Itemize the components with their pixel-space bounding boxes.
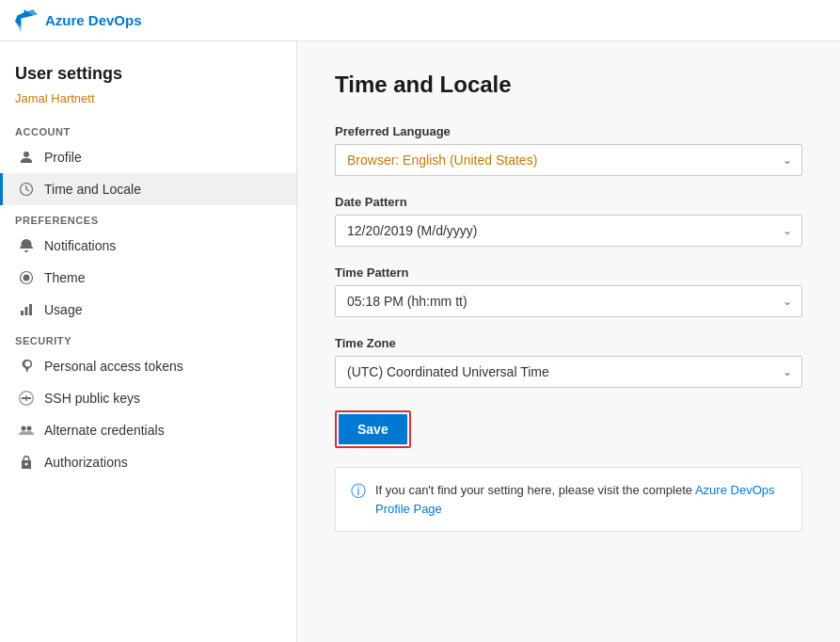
select-preferred-language-wrapper[interactable]: Browser: English (United States) English…: [335, 144, 802, 176]
save-button[interactable]: Save: [339, 414, 407, 444]
sidebar-item-time-locale[interactable]: Time and Locale: [0, 173, 296, 205]
sidebar-item-label-usage: Usage: [44, 302, 82, 317]
info-box: ⓘ If you can't find your setting here, p…: [335, 467, 802, 532]
sidebar-item-usage[interactable]: Usage: [0, 294, 296, 326]
ssh-icon: [18, 390, 35, 407]
sidebar-item-ssh[interactable]: SSH public keys: [0, 382, 296, 414]
sidebar-item-label-profile: Profile: [44, 150, 82, 165]
svg-rect-3: [21, 311, 24, 315]
top-bar: Azure DevOps: [0, 0, 840, 41]
svg-point-6: [22, 426, 26, 431]
info-icon: ⓘ: [351, 482, 366, 502]
select-time-zone[interactable]: (UTC) Coordinated Universal Time (UTC-05…: [336, 357, 801, 387]
azure-devops-logo-icon: [15, 9, 38, 32]
sidebar-item-label-theme: Theme: [44, 270, 86, 285]
info-text: If you can't find your setting here, ple…: [375, 481, 786, 518]
sidebar-item-authorizations[interactable]: Authorizations: [0, 446, 296, 478]
section-label-account: Account: [0, 117, 296, 141]
main-content: Time and Locale Preferred Language Brows…: [297, 41, 840, 642]
field-time-zone: Time Zone (UTC) Coordinated Universal Ti…: [335, 336, 802, 388]
label-date-pattern: Date Pattern: [335, 195, 802, 209]
save-button-highlight: Save: [335, 410, 411, 448]
clock-icon: [18, 181, 35, 198]
sidebar-item-alt-creds[interactable]: Alternate credentials: [0, 414, 296, 446]
select-preferred-language[interactable]: Browser: English (United States) English…: [336, 145, 801, 175]
bell-icon: [18, 237, 35, 254]
sidebar-item-theme[interactable]: Theme: [0, 262, 296, 294]
select-date-pattern-wrapper[interactable]: 12/20/2019 (M/d/yyyy) 20/12/2019 (d/M/yy…: [335, 215, 802, 247]
sidebar-username: Jamal Hartnett: [0, 91, 296, 105]
key-icon: [18, 358, 35, 375]
select-date-pattern[interactable]: 12/20/2019 (M/d/yyyy) 20/12/2019 (d/M/yy…: [336, 216, 801, 246]
field-date-pattern: Date Pattern 12/20/2019 (M/d/yyyy) 20/12…: [335, 195, 802, 247]
label-preferred-language: Preferred Language: [335, 124, 802, 138]
svg-rect-5: [29, 304, 32, 315]
person-icon: [18, 149, 35, 166]
save-area: Save: [335, 410, 802, 448]
section-label-security: Security: [0, 326, 296, 350]
sidebar-item-label-notifications: Notifications: [44, 238, 116, 253]
select-time-pattern[interactable]: 05:18 PM (hh:mm tt) 17:18 (HH:mm) 5:18 P…: [336, 286, 801, 316]
field-preferred-language: Preferred Language Browser: English (Uni…: [335, 124, 802, 176]
app-title: Azure DevOps: [45, 12, 142, 28]
sidebar-item-profile[interactable]: Profile: [0, 141, 296, 173]
label-time-zone: Time Zone: [335, 336, 802, 350]
svg-point-7: [27, 426, 32, 431]
info-text-before: If you can't find your setting here, ple…: [375, 483, 695, 497]
section-label-preferences: Preferences: [0, 205, 296, 230]
svg-point-2: [24, 275, 30, 281]
alt-creds-icon: [18, 422, 35, 439]
select-time-pattern-wrapper[interactable]: 05:18 PM (hh:mm tt) 17:18 (HH:mm) 5:18 P…: [335, 285, 802, 317]
label-time-pattern: Time Pattern: [335, 265, 802, 280]
sidebar: User settings Jamal Hartnett Account Pro…: [0, 41, 297, 642]
sidebar-item-label-pat: Personal access tokens: [44, 359, 183, 374]
theme-icon: [18, 269, 35, 286]
sidebar-item-pat[interactable]: Personal access tokens: [0, 350, 296, 382]
sidebar-item-label-alt-creds: Alternate credentials: [44, 423, 165, 438]
sidebar-item-notifications[interactable]: Notifications: [0, 230, 296, 262]
svg-rect-4: [25, 307, 28, 315]
app-logo[interactable]: Azure DevOps: [15, 9, 142, 32]
sidebar-header: User settings: [0, 56, 296, 91]
sidebar-item-label-time-locale: Time and Locale: [44, 182, 141, 197]
field-time-pattern: Time Pattern 05:18 PM (hh:mm tt) 17:18 (…: [335, 265, 802, 317]
select-time-zone-wrapper[interactable]: (UTC) Coordinated Universal Time (UTC-05…: [335, 356, 802, 388]
sidebar-item-label-authorizations: Authorizations: [44, 455, 128, 470]
lock-icon: [18, 454, 35, 471]
form-section: Preferred Language Browser: English (Uni…: [335, 124, 802, 532]
sidebar-item-label-ssh: SSH public keys: [44, 391, 140, 406]
page-title: Time and Locale: [335, 72, 802, 98]
chart-icon: [18, 301, 35, 318]
sidebar-heading: User settings: [15, 64, 281, 84]
